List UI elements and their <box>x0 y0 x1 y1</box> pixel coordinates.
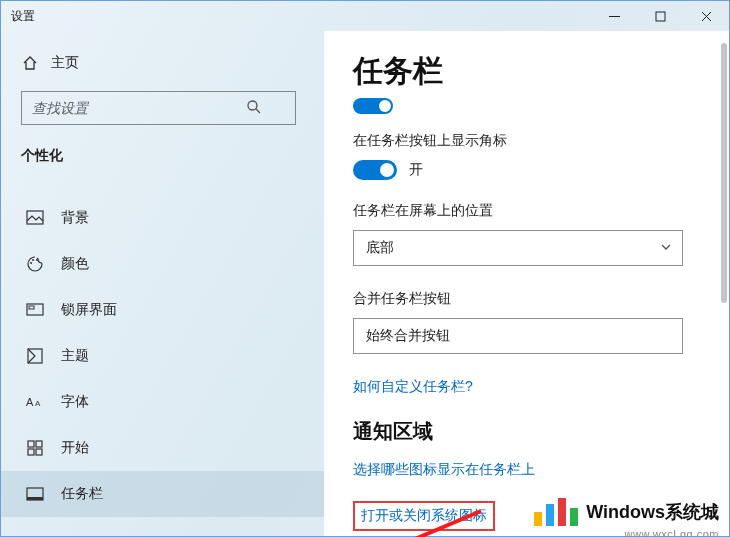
sidebar-item-label: 颜色 <box>61 255 89 273</box>
start-icon <box>25 439 45 457</box>
main-content: 任务栏 在任务栏按钮上显示角标 开 任务栏在屏幕上的位置 底部 合并任务栏按钮 … <box>324 31 729 536</box>
svg-rect-11 <box>28 441 34 447</box>
svg-rect-0 <box>656 12 665 21</box>
picture-icon <box>25 209 45 227</box>
combine-value: 始终合并按钮 <box>366 327 450 345</box>
sidebar-item-label: 任务栏 <box>61 485 103 503</box>
combine-label: 合并任务栏按钮 <box>353 290 729 308</box>
sidebar-item-lockscreen[interactable]: 锁屏界面 <box>21 287 304 333</box>
highlight-box: 打开或关闭系统图标 <box>353 501 495 531</box>
home-label: 主页 <box>51 54 79 72</box>
svg-rect-14 <box>36 449 42 455</box>
svg-rect-7 <box>29 306 34 309</box>
position-value: 底部 <box>366 239 394 257</box>
maximize-button[interactable] <box>637 1 683 31</box>
position-select[interactable]: 底部 <box>353 230 683 266</box>
svg-point-4 <box>32 259 34 261</box>
svg-point-5 <box>36 259 38 261</box>
sidebar-item-start[interactable]: 开始 <box>21 425 304 471</box>
minimize-icon <box>609 11 620 22</box>
scrollbar[interactable] <box>721 43 727 303</box>
toggle-state: 开 <box>409 161 423 179</box>
palette-icon <box>25 255 45 273</box>
svg-rect-12 <box>36 441 42 447</box>
sidebar-item-label: 字体 <box>61 393 89 411</box>
badge-toggle[interactable] <box>353 160 397 180</box>
sidebar-item-background[interactable]: 背景 <box>21 195 304 241</box>
search-wrap <box>21 91 304 125</box>
sidebar-item-label: 背景 <box>61 209 89 227</box>
system-icons-link[interactable]: 打开或关闭系统图标 <box>361 507 487 525</box>
svg-point-1 <box>248 101 257 110</box>
home-icon <box>21 55 39 71</box>
search-icon <box>246 99 262 119</box>
svg-rect-13 <box>28 449 34 455</box>
settings-window: 设置 主页 <box>0 0 730 537</box>
combine-select[interactable]: 始终合并按钮 <box>353 318 683 354</box>
sidebar-item-taskbar[interactable]: 任务栏 <box>1 471 324 517</box>
font-icon: AA <box>25 393 45 411</box>
select-icons-link[interactable]: 选择哪些图标显示在任务栏上 <box>353 461 729 479</box>
chevron-down-icon <box>660 240 672 256</box>
maximize-icon <box>655 11 666 22</box>
svg-text:A: A <box>26 396 34 408</box>
close-icon <box>701 11 712 22</box>
svg-rect-16 <box>27 497 43 500</box>
sidebar-item-themes[interactable]: 主题 <box>21 333 304 379</box>
titlebar: 设置 <box>1 1 729 31</box>
notification-area-header: 通知区域 <box>353 418 729 445</box>
sidebar-item-fonts[interactable]: AA 字体 <box>21 379 304 425</box>
lockscreen-icon <box>25 301 45 319</box>
minimize-button[interactable] <box>591 1 637 31</box>
sidebar-item-label: 开始 <box>61 439 89 457</box>
partial-toggle[interactable] <box>353 98 393 114</box>
window-controls <box>591 1 729 31</box>
svg-point-3 <box>30 262 32 264</box>
section-header: 个性化 <box>21 147 304 165</box>
page-title: 任务栏 <box>353 51 729 92</box>
close-button[interactable] <box>683 1 729 31</box>
window-title: 设置 <box>11 8 35 25</box>
svg-rect-2 <box>27 211 43 224</box>
svg-text:A: A <box>35 399 41 408</box>
badge-label: 在任务栏按钮上显示角标 <box>353 132 729 150</box>
position-label: 任务栏在屏幕上的位置 <box>353 202 729 220</box>
sidebar-item-label: 锁屏界面 <box>61 301 117 319</box>
customize-link[interactable]: 如何自定义任务栏? <box>353 378 729 396</box>
home-button[interactable]: 主页 <box>21 45 304 81</box>
sidebar-item-colors[interactable]: 颜色 <box>21 241 304 287</box>
theme-icon <box>25 347 45 365</box>
sidebar: 主页 个性化 背景 颜色 锁屏界面 <box>1 31 324 536</box>
nav-list: 背景 颜色 锁屏界面 主题 AA 字体 <box>21 195 304 517</box>
taskbar-icon <box>25 485 45 503</box>
sidebar-item-label: 主题 <box>61 347 89 365</box>
